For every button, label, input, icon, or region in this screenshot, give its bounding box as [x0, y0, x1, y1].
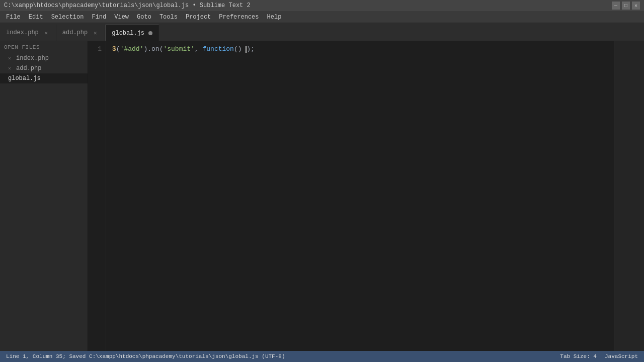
menu-tools[interactable]: Tools	[155, 11, 182, 23]
tab-index-php[interactable]: index.php ✕	[0, 25, 56, 41]
menu-project[interactable]: Project	[182, 11, 215, 23]
code-function: function	[203, 45, 234, 53]
editor[interactable]: 1 $('#add').on('submit', function() );	[88, 41, 644, 351]
menu-preferences[interactable]: Preferences	[215, 11, 263, 23]
code-area[interactable]: $('#add').on('submit', function() );	[106, 41, 614, 351]
close-button[interactable]: ✕	[632, 2, 640, 10]
menu-find[interactable]: Find	[88, 11, 110, 23]
minimize-button[interactable]: —	[612, 2, 620, 10]
titlebar-title: C:\xampp\htdocs\phpacademy\tutorials\jso…	[4, 2, 251, 9]
minimap	[614, 41, 644, 351]
menu-help[interactable]: Help	[263, 11, 286, 23]
menu-edit[interactable]: Edit	[25, 11, 47, 23]
tabsbar: index.php ✕ add.php ✕ global.js	[0, 23, 644, 41]
titlebar: C:\xampp\htdocs\phpacademy\tutorials\jso…	[0, 0, 644, 11]
line-numbers: 1	[88, 41, 106, 351]
sidebar-item-add[interactable]: ✕ add.php	[0, 63, 88, 73]
code-event: 'submit'	[163, 45, 194, 53]
menubar: File Edit Selection Find View Goto Tools…	[0, 11, 644, 23]
code-func-paren: ()	[234, 45, 246, 53]
statusbar-position: Line 1, Column 35; Saved C:\xampp\htdocs…	[6, 353, 285, 359]
code-dot: .	[147, 45, 151, 53]
menu-goto[interactable]: Goto	[133, 11, 155, 23]
sidebar-filename-index: index.php	[16, 55, 49, 62]
line-number-1: 1	[88, 44, 102, 55]
sidebar-header: OPEN FILES	[0, 41, 88, 53]
tab-index-label: index.php	[6, 29, 39, 36]
maximize-button[interactable]: □	[622, 2, 630, 10]
tab-index-close[interactable]: ✕	[43, 29, 50, 36]
tab-add-php[interactable]: add.php ✕	[56, 25, 105, 41]
sidebar-item-index[interactable]: ✕ index.php	[0, 53, 88, 63]
tab-add-close[interactable]: ✕	[92, 29, 99, 36]
sidebar-close-add[interactable]: ✕	[8, 65, 11, 71]
code-comma: ,	[195, 45, 203, 53]
main-content: OPEN FILES ✕ index.php ✕ add.php global.…	[0, 41, 644, 351]
titlebar-controls: — □ ✕	[612, 2, 640, 10]
code-dollar: $	[112, 45, 116, 53]
menu-selection[interactable]: Selection	[47, 11, 88, 23]
code-body: );	[247, 45, 255, 53]
sidebar: OPEN FILES ✕ index.php ✕ add.php global.…	[0, 41, 88, 351]
statusbar: Line 1, Column 35; Saved C:\xampp\htdocs…	[0, 351, 644, 362]
tab-global-js[interactable]: global.js	[105, 25, 159, 41]
sidebar-filename-add: add.php	[16, 65, 41, 72]
statusbar-language[interactable]: JavaScript	[605, 353, 638, 359]
statusbar-tabsize[interactable]: Tab Size: 4	[560, 353, 597, 359]
tab-add-label: add.php	[62, 29, 88, 36]
menu-view[interactable]: View	[110, 11, 133, 23]
statusbar-left: Line 1, Column 35; Saved C:\xampp\htdocs…	[6, 353, 285, 359]
code-on: on(	[151, 45, 163, 53]
sidebar-filename-global: global.js	[8, 75, 41, 82]
code-line-1: $('#add').on('submit', function() );	[112, 44, 608, 55]
tab-global-dirty-indicator	[148, 31, 152, 35]
sidebar-close-index[interactable]: ✕	[8, 55, 11, 61]
code-paren-open: (	[116, 45, 120, 53]
statusbar-right: Tab Size: 4 JavaScript	[560, 353, 638, 359]
sidebar-item-global[interactable]: global.js	[0, 73, 88, 83]
code-selector: '#add'	[120, 45, 144, 53]
tab-global-label: global.js	[112, 30, 144, 37]
menu-file[interactable]: File	[2, 11, 25, 23]
